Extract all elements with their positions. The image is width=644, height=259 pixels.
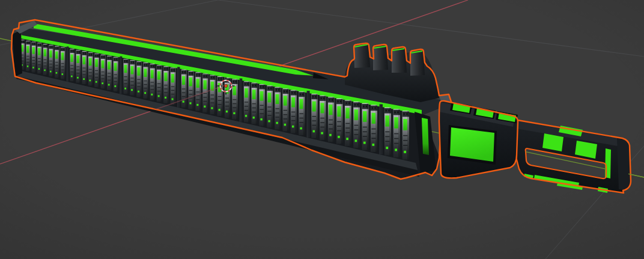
rail-tooth [123,59,128,94]
rail-tooth [210,75,215,114]
rail-tooth [163,66,169,103]
rail-tooth [101,55,106,89]
rail-tooth [311,94,317,138]
rail-tooth [362,103,369,150]
3d-viewport[interactable] [0,0,644,259]
rail-tooth [384,108,391,156]
rail-tooth [49,45,53,76]
rail-tooth [107,56,112,90]
cursor-center-dot [225,85,228,88]
rail-tooth [291,90,297,133]
rail-tooth [143,62,148,99]
rail-tooth [353,102,360,148]
rail-panel-separator [307,91,310,138]
rail-tooth [252,83,258,124]
rail-tooth [267,85,273,127]
rail-tooth [32,41,36,72]
rail-tooth [328,97,335,142]
rail-tooth [150,64,155,100]
rail-tooth [82,51,87,84]
rail-tooth [130,60,135,96]
rail-tooth [259,84,265,126]
rail-tooth [282,88,288,131]
viewport-canvas[interactable] [0,0,644,259]
rail-tooth [136,61,141,97]
rail-end-glow-bar [422,118,429,155]
rail-tooth [371,105,377,152]
rail-tooth [88,52,93,86]
rail-tooth [114,57,118,92]
rail-tooth [345,100,351,145]
screen-display [450,127,494,162]
rail-tooth [157,65,162,102]
rail-tooth [76,50,80,83]
rail-tooth [26,41,30,71]
rail-panel-separator [240,79,243,122]
rail-tooth [188,71,193,109]
rail-tooth [55,46,59,78]
rail-tooth [299,91,305,135]
rail-panel-separator [380,104,383,154]
rail-tooth [244,81,250,122]
rail-panel-separator [120,56,122,94]
rail-tooth [195,72,201,111]
rail-tooth [402,111,409,159]
rail-panel-separator [67,46,69,81]
rail-tooth [225,78,230,118]
rail-tooth [61,47,65,79]
rail-tooth [94,53,99,87]
rail-tooth [43,44,47,75]
rail-tooth [181,70,187,108]
rail-tooth [171,67,176,105]
rail-tooth [37,43,41,73]
rail-tooth [336,99,343,144]
rail-tooth [70,49,74,81]
rail-tooth [232,79,237,120]
stock-end-cap [617,138,630,190]
rail-tooth [275,87,281,130]
rail-tooth [393,109,400,157]
rail-tooth [320,96,326,140]
